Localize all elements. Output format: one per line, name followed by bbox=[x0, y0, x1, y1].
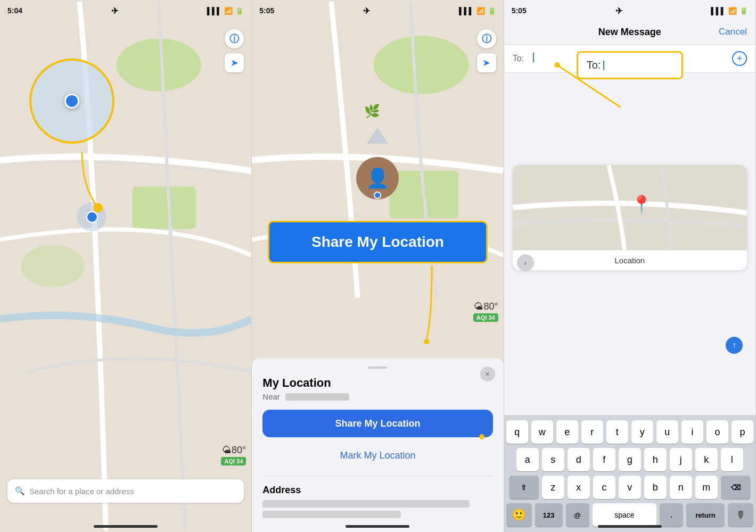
cursor-in-highlight bbox=[603, 61, 604, 70]
key-x[interactable]: x bbox=[568, 476, 590, 499]
mark-location-button[interactable]: Mark My Location bbox=[262, 444, 492, 467]
delete-key[interactable]: ⌫ bbox=[721, 476, 751, 499]
key-l[interactable]: l bbox=[721, 448, 743, 471]
arrow-endpoint-dot bbox=[479, 434, 484, 439]
search-bar[interactable]: 🔍 Search for a place or address bbox=[7, 479, 244, 503]
location-button-2[interactable]: ➤ bbox=[477, 53, 496, 72]
aqi-badge-1: AQI 34 bbox=[221, 457, 246, 466]
key-w[interactable]: w bbox=[531, 420, 553, 444]
battery-icon-3: 🔋 bbox=[739, 7, 748, 15]
key-i[interactable]: i bbox=[681, 420, 703, 444]
status-icons-2: ▌▌▌ 📶 🔋 bbox=[459, 7, 496, 15]
sheet-handle bbox=[368, 367, 387, 369]
address-line-1 bbox=[262, 500, 470, 508]
secondary-location-dot bbox=[77, 202, 106, 231]
key-b[interactable]: b bbox=[644, 476, 667, 499]
signal-icon: ▌▌▌ bbox=[207, 7, 222, 15]
key-c[interactable]: c bbox=[593, 476, 615, 499]
to-field-highlight: To: bbox=[577, 51, 683, 79]
shift-key[interactable]: ⇧ bbox=[509, 476, 539, 499]
key-t[interactable]: t bbox=[606, 420, 628, 444]
add-recipient-button[interactable]: + bbox=[732, 51, 747, 66]
key-s[interactable]: s bbox=[542, 448, 564, 471]
status-bar-1: 5:04 ✈ ▌▌▌ 📶 🔋 bbox=[0, 0, 251, 21]
space-key[interactable]: space bbox=[593, 503, 656, 527]
near-label: Near bbox=[262, 392, 280, 401]
key-g[interactable]: g bbox=[619, 448, 641, 471]
period-key[interactable]: . bbox=[660, 503, 683, 527]
location-card-label: Location bbox=[513, 250, 747, 270]
key-m[interactable]: m bbox=[695, 476, 718, 499]
key-z[interactable]: z bbox=[542, 476, 564, 499]
battery-icon: 🔋 bbox=[235, 7, 244, 15]
key-v[interactable]: v bbox=[619, 476, 641, 499]
close-button[interactable]: × bbox=[480, 367, 495, 381]
emoji-key[interactable]: 🙂 bbox=[506, 503, 532, 527]
status-time-1: 5:04 bbox=[7, 6, 22, 15]
return-key[interactable]: return bbox=[686, 503, 725, 527]
at-key[interactable]: @ bbox=[566, 503, 589, 527]
location-card: 📍 Location bbox=[513, 165, 747, 270]
address-section: Address bbox=[262, 476, 492, 518]
location-card-map: 📍 bbox=[513, 165, 747, 250]
key-a[interactable]: a bbox=[516, 448, 539, 471]
direction-triangle bbox=[367, 128, 388, 144]
location-bottom-sheet: × My Location Near Share My Location Mar… bbox=[252, 358, 503, 532]
send-button[interactable]: ↑ bbox=[726, 337, 743, 354]
key-o[interactable]: o bbox=[706, 420, 728, 444]
svg-point-6 bbox=[374, 36, 469, 94]
battery-icon-2: 🔋 bbox=[488, 7, 496, 15]
cancel-button[interactable]: Cancel bbox=[719, 27, 747, 37]
svg-point-1 bbox=[117, 38, 201, 91]
weather-badge-2: 🌤80° AQI 34 bbox=[473, 301, 498, 322]
share-location-big-button[interactable]: Share My Location bbox=[268, 221, 487, 263]
location-pin: 📍 bbox=[631, 194, 652, 214]
svg-point-3 bbox=[21, 245, 85, 287]
location-zoom-circle bbox=[29, 59, 114, 144]
key-k[interactable]: k bbox=[695, 448, 718, 471]
share-location-label: Share My Location bbox=[335, 418, 420, 429]
numbers-key[interactable]: 123 bbox=[535, 503, 563, 527]
wifi-icon-2: 📶 bbox=[476, 7, 485, 15]
keyboard-row-2: a s d f g h j k l bbox=[506, 448, 753, 471]
key-p[interactable]: p bbox=[732, 420, 753, 444]
location-button-1[interactable]: ➤ bbox=[225, 53, 244, 72]
wifi-icon-3: 📶 bbox=[728, 7, 737, 15]
key-h[interactable]: h bbox=[644, 448, 667, 471]
panel-messages: 5:05 ✈ ▌▌▌ 📶 🔋 New Message Cancel To: + … bbox=[504, 0, 756, 532]
home-indicator-2 bbox=[346, 525, 409, 528]
key-u[interactable]: u bbox=[656, 420, 678, 444]
mark-location-label: Mark My Location bbox=[340, 450, 415, 461]
key-j[interactable]: j bbox=[670, 448, 692, 471]
expand-button[interactable]: › bbox=[517, 254, 534, 271]
address-line-2 bbox=[262, 511, 400, 518]
wifi-icon: 📶 bbox=[224, 7, 233, 15]
address-title: Address bbox=[262, 485, 492, 496]
messages-title: New Message bbox=[598, 27, 661, 38]
search-icon: 🔍 bbox=[15, 486, 25, 496]
svg-rect-2 bbox=[133, 187, 196, 229]
status-bar-2: 5:05 ✈ ▌▌▌ 📶 🔋 bbox=[252, 0, 503, 21]
aqi-badge-2: AQI 34 bbox=[473, 313, 498, 322]
keyboard-row-4: 🙂 123 @ space . return 🎙 bbox=[506, 503, 753, 527]
location-subtitle: Near bbox=[262, 392, 492, 401]
signal-icon-3: ▌▌▌ bbox=[711, 7, 726, 15]
status-icons-3: ▌▌▌ 📶 🔋 bbox=[711, 7, 748, 15]
key-q[interactable]: q bbox=[506, 420, 528, 444]
status-icons-1: ▌▌▌ 📶 🔋 bbox=[207, 7, 244, 15]
weather-temp-1: 🌤80° bbox=[222, 445, 246, 456]
mic-key[interactable]: 🎙 bbox=[728, 503, 753, 527]
user-location-dot-main bbox=[64, 94, 79, 109]
key-r[interactable]: r bbox=[581, 420, 603, 444]
info-button-2[interactable]: ⓘ bbox=[477, 29, 496, 48]
key-y[interactable]: y bbox=[631, 420, 653, 444]
to-highlight-label: To: bbox=[587, 59, 601, 71]
key-f[interactable]: f bbox=[593, 448, 615, 471]
key-d[interactable]: d bbox=[568, 448, 590, 471]
key-n[interactable]: n bbox=[670, 476, 692, 499]
key-e[interactable]: e bbox=[556, 420, 578, 444]
share-location-button[interactable]: Share My Location bbox=[262, 410, 492, 437]
blurred-address bbox=[285, 393, 349, 401]
panel-maps-share: 5:05 ✈ ▌▌▌ 📶 🔋 ⓘ ➤ 🌿 👤 Share My Location… bbox=[252, 0, 504, 532]
search-placeholder: Search for a place or address bbox=[29, 487, 134, 496]
